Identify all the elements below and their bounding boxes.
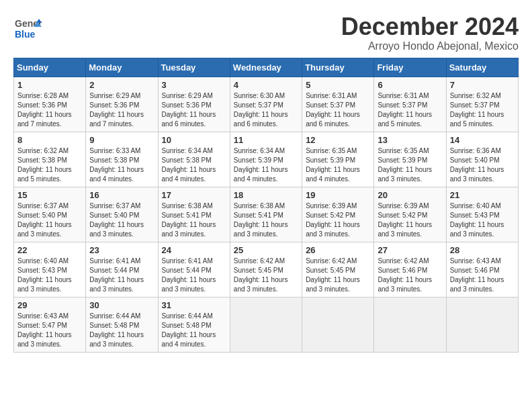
dow-header: Wednesday bbox=[230, 58, 302, 77]
day-number: 27 bbox=[378, 245, 442, 255]
day-number: 26 bbox=[306, 245, 370, 255]
calendar-cell: 8 Sunrise: 6:32 AMSunset: 5:38 PMDayligh… bbox=[14, 132, 86, 187]
calendar-cell: 21 Sunrise: 6:40 AMSunset: 5:43 PMDaylig… bbox=[446, 187, 518, 242]
day-number: 19 bbox=[306, 190, 370, 200]
day-number: 2 bbox=[89, 80, 154, 90]
calendar-cell: 4 Sunrise: 6:30 AMSunset: 5:37 PMDayligh… bbox=[230, 77, 302, 132]
calendar-cell: 14 Sunrise: 6:36 AMSunset: 5:40 PMDaylig… bbox=[446, 132, 518, 187]
day-number: 20 bbox=[378, 190, 442, 200]
calendar-cell: 22 Sunrise: 6:40 AMSunset: 5:43 PMDaylig… bbox=[14, 242, 86, 297]
day-number: 7 bbox=[450, 80, 515, 90]
calendar-cell: 10 Sunrise: 6:34 AMSunset: 5:38 PMDaylig… bbox=[158, 132, 230, 187]
day-info: Sunrise: 6:38 AMSunset: 5:41 PMDaylight:… bbox=[234, 202, 288, 238]
calendar-cell: 9 Sunrise: 6:33 AMSunset: 5:38 PMDayligh… bbox=[86, 132, 158, 187]
day-info: Sunrise: 6:39 AMSunset: 5:42 PMDaylight:… bbox=[306, 202, 360, 238]
calendar-cell: 16 Sunrise: 6:37 AMSunset: 5:40 PMDaylig… bbox=[86, 187, 158, 242]
day-number: 11 bbox=[234, 135, 298, 145]
calendar-cell: 6 Sunrise: 6:31 AMSunset: 5:37 PMDayligh… bbox=[374, 77, 446, 132]
day-number: 15 bbox=[17, 190, 82, 200]
calendar-cell: 26 Sunrise: 6:42 AMSunset: 5:45 PMDaylig… bbox=[302, 242, 374, 297]
day-info: Sunrise: 6:30 AMSunset: 5:37 PMDaylight:… bbox=[234, 92, 288, 128]
calendar-week-row: 29 Sunrise: 6:43 AMSunset: 5:47 PMDaylig… bbox=[14, 297, 519, 352]
day-info: Sunrise: 6:44 AMSunset: 5:48 PMDaylight:… bbox=[89, 312, 144, 348]
location-title: Arroyo Hondo Abejonal, Mexico bbox=[341, 40, 519, 52]
day-number: 28 bbox=[450, 245, 515, 255]
calendar-cell: 27 Sunrise: 6:42 AMSunset: 5:46 PMDaylig… bbox=[374, 242, 446, 297]
day-number: 3 bbox=[162, 80, 226, 90]
day-info: Sunrise: 6:34 AMSunset: 5:38 PMDaylight:… bbox=[162, 147, 216, 183]
calendar-body: 1 Sunrise: 6:28 AMSunset: 5:36 PMDayligh… bbox=[14, 77, 519, 352]
title-area: December 2024 Arroyo Hondo Abejonal, Mex… bbox=[341, 13, 519, 52]
day-number: 17 bbox=[162, 190, 226, 200]
calendar-cell: 23 Sunrise: 6:41 AMSunset: 5:44 PMDaylig… bbox=[86, 242, 158, 297]
day-number: 10 bbox=[162, 135, 226, 145]
day-info: Sunrise: 6:37 AMSunset: 5:40 PMDaylight:… bbox=[89, 202, 144, 238]
svg-text:Blue: Blue bbox=[15, 29, 36, 40]
day-number: 4 bbox=[234, 80, 298, 90]
dow-header: Friday bbox=[374, 58, 446, 77]
day-info: Sunrise: 6:43 AMSunset: 5:46 PMDaylight:… bbox=[450, 257, 504, 293]
day-number: 29 bbox=[17, 300, 82, 310]
day-number: 14 bbox=[450, 135, 515, 145]
day-number: 18 bbox=[234, 190, 298, 200]
day-info: Sunrise: 6:32 AMSunset: 5:37 PMDaylight:… bbox=[450, 92, 504, 128]
calendar-cell bbox=[374, 297, 446, 352]
dow-header: Thursday bbox=[302, 58, 374, 77]
day-info: Sunrise: 6:41 AMSunset: 5:44 PMDaylight:… bbox=[162, 257, 216, 293]
day-info: Sunrise: 6:38 AMSunset: 5:41 PMDaylight:… bbox=[162, 202, 216, 238]
calendar-cell: 5 Sunrise: 6:31 AMSunset: 5:37 PMDayligh… bbox=[302, 77, 374, 132]
calendar-cell: 30 Sunrise: 6:44 AMSunset: 5:48 PMDaylig… bbox=[86, 297, 158, 352]
calendar-cell: 29 Sunrise: 6:43 AMSunset: 5:47 PMDaylig… bbox=[14, 297, 86, 352]
logo: General Blue bbox=[13, 13, 42, 42]
day-number: 1 bbox=[17, 80, 82, 90]
month-title: December 2024 bbox=[341, 13, 519, 40]
day-info: Sunrise: 6:44 AMSunset: 5:48 PMDaylight:… bbox=[162, 312, 216, 348]
calendar-table: SundayMondayTuesdayWednesdayThursdayFrid… bbox=[13, 58, 519, 353]
calendar-cell: 31 Sunrise: 6:44 AMSunset: 5:48 PMDaylig… bbox=[158, 297, 230, 352]
page-header: General Blue December 2024 Arroyo Hondo … bbox=[13, 13, 519, 52]
dow-header: Monday bbox=[86, 58, 158, 77]
day-number: 8 bbox=[17, 135, 82, 145]
day-info: Sunrise: 6:39 AMSunset: 5:42 PMDaylight:… bbox=[378, 202, 432, 238]
calendar-cell: 2 Sunrise: 6:29 AMSunset: 5:36 PMDayligh… bbox=[86, 77, 158, 132]
day-number: 13 bbox=[378, 135, 442, 145]
day-number: 24 bbox=[162, 245, 226, 255]
calendar-cell: 18 Sunrise: 6:38 AMSunset: 5:41 PMDaylig… bbox=[230, 187, 302, 242]
days-of-week-row: SundayMondayTuesdayWednesdayThursdayFrid… bbox=[14, 58, 519, 77]
calendar-cell: 15 Sunrise: 6:37 AMSunset: 5:40 PMDaylig… bbox=[14, 187, 86, 242]
calendar-cell: 3 Sunrise: 6:29 AMSunset: 5:36 PMDayligh… bbox=[158, 77, 230, 132]
day-info: Sunrise: 6:31 AMSunset: 5:37 PMDaylight:… bbox=[306, 92, 360, 128]
day-number: 23 bbox=[89, 245, 154, 255]
day-info: Sunrise: 6:41 AMSunset: 5:44 PMDaylight:… bbox=[89, 257, 144, 293]
day-info: Sunrise: 6:37 AMSunset: 5:40 PMDaylight:… bbox=[17, 202, 72, 238]
dow-header: Tuesday bbox=[158, 58, 230, 77]
dow-header: Saturday bbox=[446, 58, 518, 77]
day-info: Sunrise: 6:36 AMSunset: 5:40 PMDaylight:… bbox=[450, 147, 504, 183]
day-info: Sunrise: 6:42 AMSunset: 5:46 PMDaylight:… bbox=[378, 257, 432, 293]
calendar-cell: 24 Sunrise: 6:41 AMSunset: 5:44 PMDaylig… bbox=[158, 242, 230, 297]
day-number: 9 bbox=[89, 135, 154, 145]
logo-icon: General Blue bbox=[13, 13, 42, 42]
day-info: Sunrise: 6:40 AMSunset: 5:43 PMDaylight:… bbox=[17, 257, 72, 293]
dow-header: Sunday bbox=[14, 58, 86, 77]
day-number: 21 bbox=[450, 190, 515, 200]
day-info: Sunrise: 6:28 AMSunset: 5:36 PMDaylight:… bbox=[17, 92, 72, 128]
calendar-cell: 19 Sunrise: 6:39 AMSunset: 5:42 PMDaylig… bbox=[302, 187, 374, 242]
day-number: 30 bbox=[89, 300, 154, 310]
day-number: 31 bbox=[162, 300, 226, 310]
day-number: 6 bbox=[378, 80, 442, 90]
day-info: Sunrise: 6:42 AMSunset: 5:45 PMDaylight:… bbox=[306, 257, 360, 293]
day-info: Sunrise: 6:35 AMSunset: 5:39 PMDaylight:… bbox=[378, 147, 432, 183]
day-number: 25 bbox=[234, 245, 298, 255]
calendar-cell: 25 Sunrise: 6:42 AMSunset: 5:45 PMDaylig… bbox=[230, 242, 302, 297]
day-info: Sunrise: 6:40 AMSunset: 5:43 PMDaylight:… bbox=[450, 202, 504, 238]
calendar-cell: 11 Sunrise: 6:34 AMSunset: 5:39 PMDaylig… bbox=[230, 132, 302, 187]
calendar-cell bbox=[302, 297, 374, 352]
calendar-week-row: 8 Sunrise: 6:32 AMSunset: 5:38 PMDayligh… bbox=[14, 132, 519, 187]
day-info: Sunrise: 6:29 AMSunset: 5:36 PMDaylight:… bbox=[89, 92, 144, 128]
day-info: Sunrise: 6:43 AMSunset: 5:47 PMDaylight:… bbox=[17, 312, 72, 348]
calendar-cell: 1 Sunrise: 6:28 AMSunset: 5:36 PMDayligh… bbox=[14, 77, 86, 132]
day-number: 16 bbox=[89, 190, 154, 200]
day-number: 12 bbox=[306, 135, 370, 145]
day-info: Sunrise: 6:34 AMSunset: 5:39 PMDaylight:… bbox=[234, 147, 288, 183]
